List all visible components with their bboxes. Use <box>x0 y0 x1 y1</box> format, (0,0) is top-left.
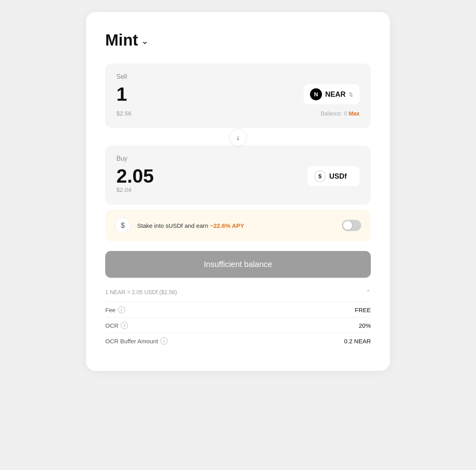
info-icon[interactable]: i <box>121 322 128 329</box>
page-title: Mint <box>105 31 138 49</box>
fee-label-text: OCR <box>105 322 118 329</box>
stake-text: Stake into sUSDf and earn ~22.6% APY <box>137 222 336 229</box>
fee-label: Feei <box>105 306 125 313</box>
buy-usd: $2.04 <box>116 186 132 193</box>
buy-label: Buy <box>116 155 360 162</box>
stake-banner: $ Stake into sUSDf and earn ~22.6% APY <box>105 209 371 241</box>
toggle-knob <box>343 221 352 230</box>
sell-balance-row: Balance: 0 Max <box>321 110 360 117</box>
main-card: Mint ⌄ Sell 1 N NEAR ⇅ $2.56 Balance: 0 … <box>86 12 390 371</box>
balance-value: 0 <box>344 110 347 117</box>
fee-list: FeeiFREEOCRi20%OCR Buffer Amounti0.2 NEA… <box>105 302 371 349</box>
fee-row: FeeiFREE <box>105 302 371 317</box>
swap-arrow-button[interactable]: ↓ <box>229 129 247 146</box>
buy-amount[interactable]: 2.05 <box>116 167 154 186</box>
usdf-icon: $ <box>314 170 326 182</box>
sell-amount[interactable]: 1 <box>116 85 127 104</box>
sell-usd: $2.56 <box>116 110 132 117</box>
buy-token-selector[interactable]: $ USDf <box>308 166 360 186</box>
chevron-down-icon[interactable]: ⌄ <box>141 36 148 46</box>
rate-row: 1 NEAR = 2.05 USDf ($2.56) ⌃ <box>105 289 371 295</box>
stake-apy: ~22.6% APY <box>210 222 244 229</box>
stake-toggle[interactable] <box>342 220 361 231</box>
fee-row: OCR Buffer Amounti0.2 NEAR <box>105 333 371 349</box>
sell-main-row: 1 N NEAR ⇅ <box>116 84 360 104</box>
balance-label: Balance: <box>321 110 342 117</box>
fee-value: FREE <box>355 307 371 313</box>
fee-row: OCRi20% <box>105 317 371 333</box>
fee-label: OCRi <box>105 322 128 329</box>
title-row: Mint ⌄ <box>105 31 371 49</box>
buy-main-row: 2.05 $ USDf <box>116 166 360 186</box>
near-icon: N <box>310 88 322 100</box>
sort-icon: ⇅ <box>349 92 353 98</box>
info-icon[interactable]: i <box>160 337 168 345</box>
fee-label: OCR Buffer Amounti <box>105 337 168 345</box>
chevron-up-icon[interactable]: ⌃ <box>366 289 371 295</box>
balance-max[interactable]: Max <box>349 110 360 117</box>
stake-icon: $ <box>115 217 131 233</box>
fee-label-text: OCR Buffer Amount <box>105 338 158 345</box>
info-icon[interactable]: i <box>118 306 125 313</box>
buy-panel: Buy 2.05 $ USDf $2.04 <box>105 145 371 205</box>
sell-panel: Sell 1 N NEAR ⇅ $2.56 Balance: 0 Max <box>105 64 371 128</box>
fee-label-text: Fee <box>105 307 116 313</box>
arrow-divider: ↓ <box>105 129 371 146</box>
action-button[interactable]: Insufficient balance <box>105 251 371 278</box>
fee-value: 20% <box>359 322 371 329</box>
buy-token-name: USDf <box>329 172 347 181</box>
sell-token-selector[interactable]: N NEAR ⇅ <box>304 84 360 104</box>
sell-token-name: NEAR <box>325 90 346 99</box>
sell-token-inner: N NEAR <box>310 88 346 100</box>
sell-label: Sell <box>116 73 360 80</box>
rate-text: 1 NEAR = 2.05 USDf ($2.56) <box>105 289 177 295</box>
fee-value: 0.2 NEAR <box>344 338 371 345</box>
